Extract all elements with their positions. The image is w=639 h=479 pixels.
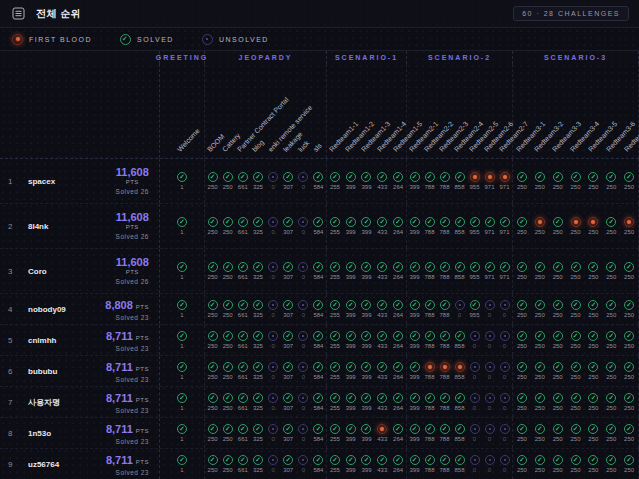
challenge-cell[interactable]: 250 — [567, 418, 585, 448]
challenge-cell[interactable]: 0 — [467, 418, 482, 448]
challenge-cell[interactable]: 1 — [160, 387, 204, 417]
challenge-cell[interactable]: 399 — [343, 418, 359, 448]
challenge-cell[interactable]: 788 — [422, 204, 437, 248]
challenge-cell[interactable]: 788 — [437, 356, 452, 386]
challenge-cell[interactable]: 0 — [296, 249, 311, 293]
challenge-cell[interactable]: 250 — [567, 449, 585, 479]
challenge-cell[interactable]: 399 — [359, 159, 375, 203]
challenge-cell[interactable]: 250 — [549, 356, 567, 386]
challenge-cell[interactable]: 788 — [422, 249, 437, 293]
challenge-cell[interactable]: 433 — [374, 325, 390, 355]
challenge-cell[interactable]: 584 — [311, 249, 326, 293]
challenge-cell[interactable]: 0 — [482, 418, 497, 448]
challenge-cell[interactable]: 250 — [602, 387, 620, 417]
challenge-cell[interactable]: 250 — [513, 325, 531, 355]
challenge-cell[interactable]: 788 — [422, 387, 437, 417]
challenge-cell[interactable]: 325 — [250, 356, 265, 386]
challenge-cell[interactable]: 1 — [160, 159, 204, 203]
challenge-cell[interactable]: 399 — [407, 418, 422, 448]
challenge-cell[interactable]: 264 — [390, 418, 406, 448]
challenge-cell[interactable]: 0 — [266, 325, 281, 355]
challenge-cell[interactable]: 250 — [602, 418, 620, 448]
team-row[interactable]: 9 uz56764 8,711PTS Solved 23 12502506613… — [0, 449, 639, 479]
challenge-cell[interactable]: 250 — [205, 249, 220, 293]
challenge-cell[interactable]: 399 — [407, 159, 422, 203]
challenge-cell[interactable]: 433 — [374, 387, 390, 417]
challenge-cell[interactable]: 250 — [531, 159, 549, 203]
challenge-cell[interactable]: 433 — [374, 356, 390, 386]
challenge-cell[interactable]: 0 — [497, 356, 512, 386]
challenge-cell[interactable]: 433 — [374, 204, 390, 248]
challenge-cell[interactable]: 250 — [205, 204, 220, 248]
challenge-cell[interactable]: 0 — [296, 325, 311, 355]
challenge-cell[interactable]: 399 — [343, 249, 359, 293]
challenge-cell[interactable]: 250 — [513, 418, 531, 448]
challenge-cell[interactable]: 661 — [235, 387, 250, 417]
challenge-cell[interactable]: 250 — [620, 159, 638, 203]
menu-icon[interactable] — [10, 6, 26, 22]
challenge-cell[interactable]: 250 — [513, 356, 531, 386]
challenge-cell[interactable]: 971 — [482, 159, 497, 203]
challenge-cell[interactable]: 399 — [407, 294, 422, 324]
challenge-cell[interactable]: 399 — [407, 387, 422, 417]
challenge-cell[interactable]: 0 — [266, 449, 281, 479]
challenge-cell[interactable]: 584 — [311, 449, 326, 479]
challenge-cell[interactable]: 584 — [311, 387, 326, 417]
challenge-cell[interactable]: 325 — [250, 418, 265, 448]
challenge-cell[interactable]: 250 — [531, 249, 549, 293]
challenge-cell[interactable]: 788 — [437, 204, 452, 248]
challenge-cell[interactable]: 1 — [160, 249, 204, 293]
challenge-cell[interactable]: 0 — [296, 294, 311, 324]
team-row[interactable]: 5 cnlmhh 8,711PTS Solved 23 125025066132… — [0, 325, 639, 356]
challenge-cell[interactable]: 250 — [220, 294, 235, 324]
challenge-cell[interactable]: 264 — [390, 325, 406, 355]
challenge-cell[interactable]: 0 — [467, 387, 482, 417]
challenge-cell[interactable]: 788 — [437, 325, 452, 355]
challenge-cell[interactable]: 399 — [359, 387, 375, 417]
challenge-cell[interactable]: 858 — [452, 325, 467, 355]
challenge-cell[interactable]: 661 — [235, 294, 250, 324]
challenge-cell[interactable]: 250 — [531, 325, 549, 355]
challenge-cell[interactable]: 0 — [266, 249, 281, 293]
challenge-cell[interactable]: 250 — [531, 387, 549, 417]
challenge-cell[interactable]: 250 — [620, 204, 638, 248]
challenge-cell[interactable]: 250 — [205, 418, 220, 448]
challenge-cell[interactable]: 325 — [250, 204, 265, 248]
challenge-cell[interactable]: 0 — [467, 325, 482, 355]
challenge-cell[interactable]: 661 — [235, 449, 250, 479]
challenge-cell[interactable]: 0 — [266, 204, 281, 248]
challenge-cell[interactable]: 971 — [482, 204, 497, 248]
challenge-cell[interactable]: 955 — [467, 159, 482, 203]
challenge-cell[interactable]: 250 — [549, 204, 567, 248]
challenge-cell[interactable]: 325 — [250, 249, 265, 293]
challenge-cell[interactable]: 0 — [266, 159, 281, 203]
team-row[interactable]: 6 bububu 8,711PTS Solved 23 125025066132… — [0, 356, 639, 387]
challenge-cell[interactable]: 0 — [296, 204, 311, 248]
challenge-cell[interactable]: 250 — [567, 294, 585, 324]
challenge-cell[interactable]: 584 — [311, 325, 326, 355]
challenge-cell[interactable]: 250 — [584, 449, 602, 479]
challenge-cell[interactable]: 858 — [452, 249, 467, 293]
challenge-cell[interactable]: 433 — [374, 449, 390, 479]
challenge-cell[interactable]: 264 — [390, 204, 406, 248]
challenge-cell[interactable]: 250 — [567, 387, 585, 417]
challenge-cell[interactable]: 1 — [160, 418, 204, 448]
challenge-cell[interactable]: 788 — [437, 159, 452, 203]
challenge-cell[interactable]: 250 — [531, 449, 549, 479]
challenge-cell[interactable]: 307 — [281, 204, 296, 248]
challenge-cell[interactable]: 255 — [327, 325, 343, 355]
challenge-cell[interactable]: 307 — [281, 325, 296, 355]
challenge-cell[interactable]: 250 — [205, 387, 220, 417]
challenge-cell[interactable]: 584 — [311, 356, 326, 386]
challenge-cell[interactable]: 255 — [327, 449, 343, 479]
challenge-cell[interactable]: 255 — [327, 387, 343, 417]
challenge-cell[interactable]: 971 — [482, 249, 497, 293]
challenge-cell[interactable]: 399 — [359, 418, 375, 448]
challenge-cell[interactable]: 307 — [281, 249, 296, 293]
challenge-cell[interactable]: 433 — [374, 294, 390, 324]
challenge-cell[interactable]: 433 — [374, 159, 390, 203]
challenge-cell[interactable]: 250 — [567, 249, 585, 293]
challenge-cell[interactable]: 955 — [467, 204, 482, 248]
challenge-cell[interactable]: 250 — [584, 356, 602, 386]
challenge-cell[interactable]: 250 — [549, 449, 567, 479]
